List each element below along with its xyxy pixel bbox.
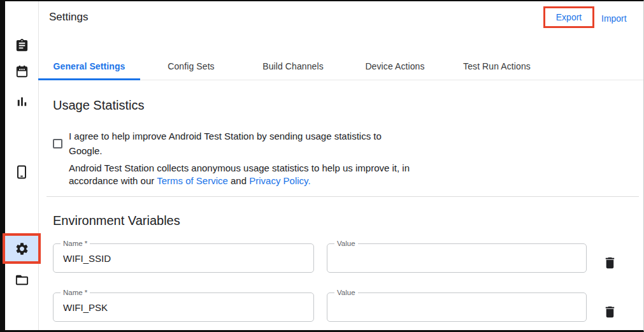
- value-field-label: Value: [334, 239, 358, 249]
- name-field-label: Name *: [61, 288, 90, 298]
- usage-stats-description: Android Test Station collects anonymous …: [69, 162, 410, 187]
- sidebar-divider: [38, 1, 39, 330]
- trash-icon: [603, 263, 617, 272]
- usage-stats-checkbox-label: I agree to help improve Android Test Sta…: [69, 129, 382, 158]
- env-var-value-field: Value: [327, 292, 587, 322]
- app-window: Settings Export Import General Settings …: [0, 0, 644, 332]
- env-var-name-input[interactable]: [54, 293, 313, 321]
- tab-device-actions[interactable]: Device Actions: [344, 53, 446, 80]
- annotation-box-export: Export: [543, 6, 594, 28]
- tab-test-run-actions[interactable]: Test Run Actions: [446, 53, 548, 80]
- section-divider: [47, 196, 639, 197]
- agree-line-1: I agree to help improve Android Test Sta…: [69, 129, 382, 143]
- smartphone-icon: [14, 164, 29, 180]
- export-button[interactable]: Export: [556, 12, 582, 22]
- sidebar-item-test-suites[interactable]: [14, 38, 29, 53]
- gear-icon: [15, 242, 29, 256]
- import-button[interactable]: Import: [601, 12, 627, 25]
- value-field-label: Value: [334, 288, 358, 298]
- terms-of-service-link[interactable]: Terms of Service: [157, 175, 228, 186]
- sidebar-item-test-results[interactable]: [14, 94, 29, 109]
- env-var-name-input[interactable]: [54, 244, 313, 272]
- settings-tabbar: General Settings Config Sets Build Chann…: [38, 53, 548, 80]
- calendar-icon: [15, 64, 29, 79]
- assignment-icon: [15, 38, 29, 53]
- name-field-label: Name *: [61, 239, 90, 249]
- bar-chart-icon: [15, 94, 29, 109]
- desc-line-1: Android Test Station collects anonymous …: [69, 162, 410, 175]
- sidebar-item-test-plans[interactable]: [14, 64, 29, 79]
- desc-line-2-middle: and: [228, 175, 249, 186]
- trash-icon: [603, 312, 617, 321]
- desc-line-2-prefix: accordance with our: [69, 175, 157, 186]
- usage-stats-checkbox[interactable]: [53, 139, 62, 148]
- agree-line-2: Google.: [69, 143, 382, 158]
- delete-variable-button[interactable]: [602, 305, 617, 320]
- sidebar-item-devices[interactable]: [14, 164, 29, 180]
- privacy-policy-link[interactable]: Privacy Policy.: [249, 175, 310, 186]
- delete-variable-button[interactable]: [602, 256, 617, 271]
- env-var-name-field: Name *: [53, 243, 314, 273]
- environment-variables-heading: Environment Variables: [53, 212, 180, 229]
- tab-build-channels[interactable]: Build Channels: [242, 53, 344, 80]
- sidebar-item-file-browser[interactable]: [14, 272, 29, 287]
- tab-config-sets[interactable]: Config Sets: [140, 53, 242, 80]
- env-var-value-field: Value: [327, 243, 587, 273]
- usage-statistics-heading: Usage Statistics: [53, 97, 144, 113]
- sidebar-item-settings[interactable]: [14, 241, 29, 256]
- desc-line-2: accordance with our Terms of Service and…: [69, 175, 410, 187]
- env-var-value-input[interactable]: [327, 293, 586, 321]
- env-var-name-field: Name *: [53, 292, 314, 322]
- env-var-value-input[interactable]: [327, 244, 586, 272]
- active-tab-indicator: [38, 78, 140, 80]
- page-title: Settings: [49, 10, 88, 25]
- folder-icon: [15, 273, 29, 287]
- tab-general-settings[interactable]: General Settings: [38, 53, 140, 80]
